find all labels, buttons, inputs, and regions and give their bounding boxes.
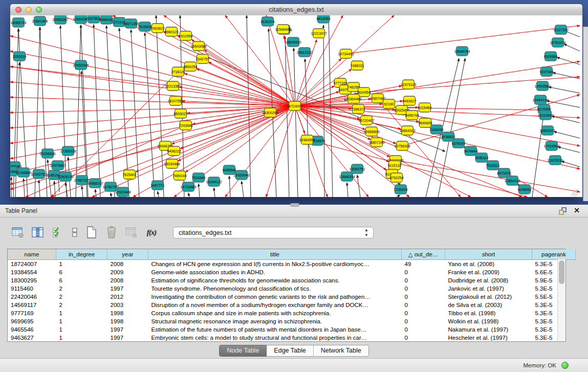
table-cell[interactable]: 0 (402, 268, 445, 276)
graph-node[interactable]: 20053346 (73, 60, 89, 70)
graph-node[interactable]: 11127332 (553, 25, 569, 34)
memory-indicator[interactable] (561, 362, 569, 369)
select-all-columns-icon[interactable] (51, 226, 64, 239)
table-cell[interactable]: Nakamura et al. (1997) (445, 325, 532, 334)
table-cell[interactable]: 22420046 (8, 293, 56, 301)
table-cell[interactable]: Genome-wide association studies in ADHD. (148, 268, 402, 276)
graph-node[interactable]: 7515526 (138, 22, 151, 31)
table-cell[interactable]: 18300295 (8, 276, 56, 285)
table-cell[interactable]: Investigating the contribution of common… (148, 293, 402, 301)
table-cell[interactable]: 5.6E-5 (532, 268, 576, 276)
table-cell[interactable]: 1998 (107, 317, 148, 325)
function-builder-icon[interactable]: f(x) (145, 226, 158, 239)
graph-node[interactable]: 9463627 (402, 96, 416, 105)
table-cell[interactable]: 9463627 (8, 334, 56, 342)
graph-node[interactable]: 2164095 (429, 125, 443, 134)
graph-node[interactable]: 7243546 (179, 121, 192, 130)
graph-node[interactable]: 22420046 (233, 170, 249, 180)
table-cell[interactable]: 0 (402, 325, 445, 334)
table-cell[interactable]: 5.3E-5 (532, 260, 576, 269)
table-scrollbar[interactable] (557, 259, 565, 341)
table-cell[interactable]: Dudbridge et al. (2008) (445, 276, 532, 285)
table-cell[interactable]: 2008 (107, 260, 148, 269)
graph-node[interactable]: 7469144 (172, 171, 186, 180)
graph-node[interactable]: 9329966 (543, 52, 557, 61)
table-cell[interactable]: Estimation of significance thresholds fo… (148, 276, 402, 285)
tab-node-table[interactable]: Node Table (219, 345, 267, 357)
graph-node[interactable]: 12142757 (31, 169, 47, 179)
graph-node[interactable]: 9498222 (167, 146, 181, 156)
table-cell[interactable]: 1997 (107, 334, 148, 342)
table-cell[interactable]: 5.3E-5 (532, 301, 576, 309)
graph-node[interactable]: 9960123 (164, 27, 178, 36)
close-panel-icon[interactable]: ✕ (574, 206, 580, 214)
table-cell[interactable]: Disruption of a novel member of a sodium… (148, 301, 402, 309)
graph-node[interactable]: 18107551 (167, 96, 183, 105)
table-cell[interactable]: 6 (56, 276, 107, 285)
table-cell[interactable]: 0 (402, 317, 445, 325)
graph-node[interactable]: 2342757 (195, 54, 209, 63)
citation-network-view[interactable]: 1405572420691406205532671065328715276026… (10, 15, 582, 197)
tab-edge-table[interactable]: Edge Table (267, 345, 313, 357)
column-header-out_de[interactable]: △ out_de… (402, 249, 445, 260)
column-header-year[interactable]: year (107, 249, 148, 260)
table-cell[interactable]: 1997 (107, 285, 148, 293)
graph-node[interactable]: 7386372 (351, 104, 365, 114)
splitter-handle[interactable] (290, 203, 299, 207)
table-cell[interactable]: Jankovic et al. (1997) (445, 285, 532, 293)
graph-node[interactable]: 9457771 (150, 181, 164, 190)
table-cell[interactable]: 1997 (107, 325, 148, 334)
table-cell[interactable]: 5.3E-5 (532, 309, 576, 317)
float-panel-icon[interactable] (559, 207, 567, 215)
table-cell[interactable]: 14569117 (8, 301, 56, 309)
table-cell[interactable]: Embryonic stem cells: a model to study s… (148, 334, 402, 342)
graph-node[interactable]: 20364486 (345, 94, 361, 103)
tab-network-table[interactable]: Network Table (314, 345, 369, 357)
graph-node[interactable]: 16210643 (537, 111, 553, 120)
graph-node[interactable]: 7625402 (122, 170, 136, 179)
graph-node[interactable]: 19734493 (338, 49, 354, 58)
table-cell[interactable]: Corpus callosum shape and size in male p… (148, 309, 402, 317)
graph-node[interactable]: 9890254 (183, 62, 197, 71)
graph-node[interactable]: 1527602 (86, 15, 100, 23)
table-cell[interactable]: 9777169 (8, 309, 56, 317)
table-cell[interactable]: Hescheler et al. (1997) (445, 334, 532, 342)
show-columns-icon[interactable] (31, 226, 45, 239)
table-cell[interactable]: 2009 (107, 268, 148, 276)
table-options-icon[interactable] (11, 226, 25, 239)
graph-node[interactable]: 20206536 (39, 149, 55, 158)
table-cell[interactable]: 1 (56, 309, 107, 317)
table-cell[interactable]: 0 (402, 293, 445, 301)
graph-node[interactable]: 18807249 (368, 138, 384, 147)
graph-node[interactable]: 19613102 (296, 48, 312, 57)
graph-node[interactable]: 9115132 (388, 161, 402, 170)
table-cell[interactable]: Yano et al. (2008) (445, 260, 532, 269)
table-cell[interactable]: 0 (402, 285, 445, 293)
graph-node[interactable]: 19384554 (299, 135, 315, 144)
graph-node[interactable]: 9752254 (389, 173, 403, 182)
graph-node[interactable]: 12975115 (401, 80, 417, 89)
graph-node[interactable]: 19654923 (399, 126, 415, 135)
table-cell[interactable]: 2012 (107, 293, 148, 301)
delete-rows-icon[interactable] (105, 226, 118, 239)
table-cell[interactable]: 5.3E-5 (532, 285, 576, 293)
graph-node[interactable]: 16543088 (190, 41, 206, 51)
graph-node[interactable]: 12093582 (534, 81, 550, 91)
graph-node[interactable]: 12923448 (115, 187, 130, 196)
graph-node[interactable]: 17016504 (543, 141, 559, 150)
clear-column-selection-icon[interactable] (71, 226, 78, 239)
graph-node[interactable]: 6379197 (451, 139, 465, 148)
graph-node[interactable]: 17359928 (60, 146, 76, 156)
table-cell[interactable]: 49 (402, 260, 445, 269)
graph-node[interactable]: 20691406 (32, 16, 48, 26)
graph-node[interactable]: 16649910 (285, 37, 301, 47)
graph-node[interactable]: 1912954 (179, 31, 192, 40)
table-cell[interactable]: Wolkin et al. (1998) (445, 317, 532, 325)
graph-node[interactable]: 7485031 (350, 61, 364, 70)
table-cell[interactable]: 1 (56, 325, 107, 334)
graph-node[interactable]: 10756928 (394, 141, 410, 150)
table-cell[interactable]: 0 (402, 334, 445, 342)
table-cell[interactable]: 1998 (107, 309, 148, 317)
table-cell[interactable]: Franke et al. (2009) (445, 268, 532, 276)
table-cell[interactable]: 1 (56, 260, 107, 269)
